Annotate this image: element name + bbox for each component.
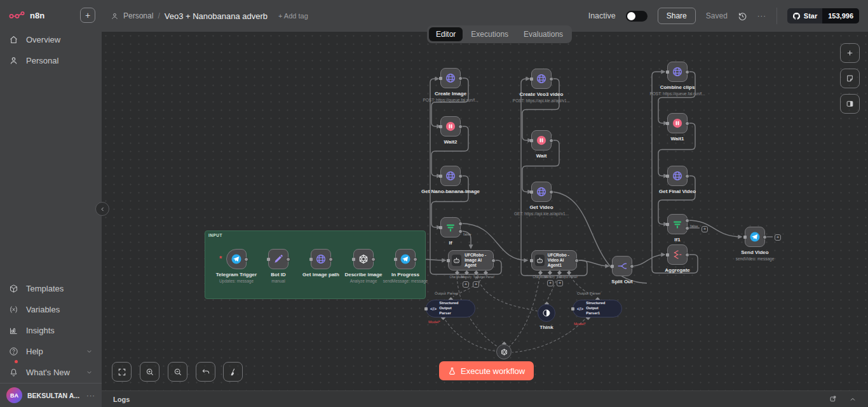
input-port[interactable] <box>424 307 428 310</box>
output-port[interactable] <box>574 258 579 263</box>
node-wait[interactable] <box>531 130 552 150</box>
output-port[interactable] <box>458 76 463 81</box>
node-get-nano[interactable] <box>440 166 461 186</box>
output-port[interactable] <box>371 257 376 262</box>
output-port[interactable] <box>685 70 689 74</box>
output-port[interactable] <box>549 77 553 81</box>
input-port[interactable] <box>666 253 669 257</box>
sidebar-item-personal[interactable]: Personal <box>0 50 102 71</box>
output-port[interactable] <box>329 257 333 262</box>
node-create-image[interactable] <box>440 68 461 88</box>
sidebar-item-variables[interactable]: Variables <box>0 299 102 320</box>
input-port[interactable] <box>666 223 669 226</box>
toggle-panel-button[interactable] <box>840 94 860 114</box>
output-port[interactable] <box>685 121 689 126</box>
input-port[interactable] <box>666 175 669 178</box>
node-get-video[interactable] <box>531 182 552 202</box>
input-port[interactable] <box>666 122 669 125</box>
zoom-to-fit-button[interactable] <box>112 362 132 382</box>
logs-panel[interactable]: Logs <box>102 390 868 407</box>
node-get-final-video[interactable] <box>667 166 688 186</box>
output-port[interactable] <box>286 257 290 262</box>
input-port[interactable] <box>352 258 355 261</box>
input-port[interactable] <box>530 139 533 142</box>
node-if1[interactable] <box>667 214 688 234</box>
node-plus-a[interactable]: + <box>463 281 469 288</box>
node-split-out[interactable] <box>612 256 632 276</box>
tidy-up-button[interactable] <box>223 362 243 382</box>
output-port[interactable] <box>458 124 463 129</box>
node-sop[interactable]: </>Structured Output Parser <box>426 300 475 317</box>
node-bot-id[interactable] <box>268 249 288 269</box>
sidebar-item-templates[interactable]: Templates <box>0 278 102 299</box>
input-port[interactable] <box>439 226 442 229</box>
output-port[interactable] <box>413 257 417 262</box>
node-send-video[interactable] <box>745 227 765 247</box>
tab-executions[interactable]: Executions <box>464 27 515 41</box>
output-port-false[interactable] <box>458 229 463 234</box>
history-button[interactable] <box>738 11 747 21</box>
output-port-true[interactable] <box>458 222 463 226</box>
output-port[interactable] <box>685 253 689 257</box>
undo-button[interactable] <box>196 362 215 382</box>
input-port[interactable] <box>530 259 533 262</box>
active-toggle[interactable] <box>626 11 648 22</box>
sidebar-item-overview[interactable]: Overview <box>0 29 102 50</box>
node-plus-b[interactable]: + <box>473 281 479 288</box>
input-port[interactable] <box>439 77 442 80</box>
output-port-true[interactable] <box>685 218 689 223</box>
output-port[interactable] <box>549 190 553 194</box>
node-wait2[interactable] <box>440 116 461 137</box>
node-wait1[interactable] <box>667 113 688 133</box>
input-port[interactable] <box>439 175 442 178</box>
node-in-progress[interactable] <box>395 249 416 269</box>
input-port[interactable] <box>530 77 533 81</box>
node-plus-d[interactable]: + <box>557 280 563 286</box>
sidebar-item-insights[interactable]: Insights <box>0 320 102 341</box>
input-port[interactable] <box>743 236 747 239</box>
input-port[interactable] <box>394 258 397 261</box>
add-tag-button[interactable]: + Add tag <box>278 12 308 20</box>
input-port[interactable] <box>666 70 669 74</box>
output-port[interactable] <box>491 258 496 263</box>
node-aggregate[interactable] <box>667 244 688 265</box>
workflow-canvas[interactable] <box>102 32 868 390</box>
input-port[interactable] <box>571 307 574 310</box>
tab-editor[interactable]: Editor <box>429 27 463 41</box>
node-create-veo3[interactable] <box>531 69 552 89</box>
output-port-false[interactable] <box>685 226 689 230</box>
input-port[interactable] <box>309 258 313 261</box>
node-image-agent[interactable]: UFCRobo - Image AI Agent <box>448 250 494 270</box>
input-port[interactable] <box>267 258 270 261</box>
user-menu[interactable]: BA BEKSULTAN A... ··· <box>0 383 102 407</box>
zoom-in-button[interactable] <box>140 362 159 382</box>
add-node-button[interactable] <box>840 43 860 63</box>
expand-logs-button[interactable] <box>849 396 857 403</box>
node-describe-image[interactable] <box>353 249 374 269</box>
output-port[interactable] <box>630 264 634 269</box>
sidebar-collapse-button[interactable] <box>95 202 109 216</box>
node-telegram-trigger[interactable] <box>226 249 247 269</box>
workflow-name[interactable]: Veo3 + Nanobanana adverb <box>165 11 268 21</box>
output-port[interactable] <box>685 174 689 178</box>
zoom-out-button[interactable] <box>168 362 187 382</box>
add-sticky-note-button[interactable] <box>840 69 860 88</box>
node-combine-clips[interactable] <box>667 62 688 82</box>
output-port[interactable] <box>244 257 248 262</box>
node-if[interactable] <box>440 217 461 237</box>
new-workflow-button[interactable]: + <box>80 8 95 23</box>
breadcrumb-project[interactable]: Personal <box>123 11 153 20</box>
input-port[interactable] <box>611 265 614 268</box>
input-port[interactable] <box>447 259 450 262</box>
tab-evaluations[interactable]: Evaluations <box>517 27 570 41</box>
open-logs-popout-button[interactable] <box>829 395 837 403</box>
output-port[interactable] <box>549 138 553 143</box>
share-button[interactable]: Share <box>658 8 696 24</box>
execute-workflow-button[interactable]: Execute workflow <box>439 361 534 380</box>
node-openai-model[interactable] <box>496 344 512 359</box>
node-plus-c[interactable]: + <box>547 280 553 286</box>
sidebar-item-help[interactable]: Help <box>0 341 102 362</box>
node-plus-if1[interactable]: + <box>702 226 708 232</box>
workflow-menu-button[interactable]: ··· <box>757 12 766 20</box>
node-think[interactable] <box>538 304 555 322</box>
